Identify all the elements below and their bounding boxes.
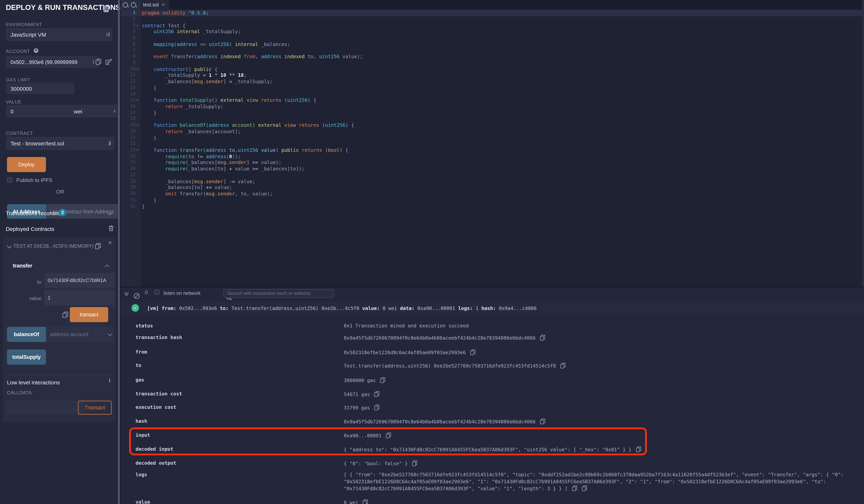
code-line: return _totalSupply; xyxy=(142,104,223,110)
instance-title: TEST AT 0XE2B...4C5F0 (MEMORY) xyxy=(13,243,94,249)
clear-terminal-icon[interactable] xyxy=(134,293,140,299)
code-line: function transfer(address to,uint256 val… xyxy=(142,147,348,153)
terminal-row-label: to xyxy=(135,362,141,368)
line-number: 15 xyxy=(120,97,135,104)
line-number: 4 xyxy=(120,29,135,35)
copy-icon[interactable] xyxy=(380,377,386,383)
balanceof-button[interactable]: balanceOf xyxy=(7,327,46,342)
account-select[interactable]: 0x502...993e6 (99.99999999 ▴▾ xyxy=(6,56,99,68)
fold-caret-icon[interactable]: ▾ xyxy=(137,97,138,104)
trash-icon[interactable] xyxy=(108,225,114,231)
line-number: 11 xyxy=(120,72,135,79)
copy-params-icon[interactable] xyxy=(62,311,69,318)
listen-checkbox[interactable] xyxy=(154,290,159,295)
totalsupply-button[interactable]: totalSupply xyxy=(7,349,46,364)
tab-close-icon[interactable]: × xyxy=(162,2,165,8)
terminal-expand-icon[interactable] xyxy=(125,291,128,295)
close-instance-icon[interactable]: × xyxy=(108,240,112,246)
contract-info-icon[interactable]: i xyxy=(109,140,111,146)
terminal-row-label: transaction hash xyxy=(135,334,182,340)
line-number: 25 xyxy=(120,159,135,166)
line-number: 3 xyxy=(120,23,135,29)
code-editor: - + test.sol × 123▾45678910▾1112131415▾1… xyxy=(120,0,864,287)
line-number: 13 xyxy=(120,85,135,91)
line-number: 29 xyxy=(120,184,135,191)
line-number: 22 xyxy=(120,141,135,147)
environment-select[interactable]: JavaScript VM ▴▾ xyxy=(6,28,112,41)
contract-label: CONTRACT xyxy=(6,131,33,136)
tx-summary-text: [vm] from: 0x502...993e6 to: Test.transf… xyxy=(147,305,537,311)
terminal-row-label: input xyxy=(135,432,150,438)
environment-info-icon[interactable]: i xyxy=(108,31,110,37)
zoom-out-icon[interactable]: - xyxy=(123,2,128,7)
line-number: 7 xyxy=(120,48,135,54)
low-level-info-icon[interactable]: i xyxy=(109,377,110,383)
terminal-row-value: 3000000 gas xyxy=(344,377,386,383)
transact-button[interactable]: transact xyxy=(70,307,108,322)
transactions-recorded-label: Transactions recorded xyxy=(6,210,61,216)
value-input[interactable]: 0 xyxy=(6,105,74,118)
code-line: } xyxy=(142,135,156,141)
copy-account-icon[interactable] xyxy=(95,58,102,65)
contract-select[interactable]: Test - browser/test.sol ▴▾ xyxy=(6,137,115,150)
terminal-badge: 0 xyxy=(145,290,148,296)
copy-icon[interactable] xyxy=(412,460,418,466)
fold-caret-icon[interactable]: ▾ xyxy=(137,66,138,72)
copy-icon[interactable] xyxy=(362,499,368,504)
deployed-contracts-label: Deployed Contracts xyxy=(6,226,54,232)
calldata-input[interactable] xyxy=(7,401,84,415)
line-number: 5 xyxy=(120,35,135,41)
copy-icon[interactable] xyxy=(374,391,380,397)
panel-scrollbar[interactable] xyxy=(118,0,120,504)
terminal: 0 listen on network Search with transact… xyxy=(120,287,864,504)
select-arrows-icon: ▴▾ xyxy=(93,60,94,64)
copy-icon[interactable] xyxy=(560,362,566,369)
zoom-in-icon[interactable]: + xyxy=(131,2,136,7)
editor-scrollbar[interactable] xyxy=(862,0,864,287)
transfer-to-input[interactable]: 0x71430Fd8c82cC7b991A xyxy=(44,273,115,288)
line-number: 14 xyxy=(120,91,135,97)
code-line: require(_balances[msg.sender] >= value); xyxy=(142,159,281,166)
transfer-value-input[interactable]: 1 xyxy=(44,290,115,305)
code-line: } xyxy=(142,110,156,116)
line-number: 31 xyxy=(120,197,135,203)
copy-icon[interactable] xyxy=(540,334,545,341)
balanceof-arg-input[interactable]: address account xyxy=(46,327,113,342)
code-line: emit Transfer(msg.sender, to, value); xyxy=(142,191,273,197)
tab-testsol[interactable]: test.sol × xyxy=(141,0,169,9)
copy-icon[interactable] xyxy=(386,432,392,439)
docs-icon[interactable] xyxy=(104,6,109,12)
ipfs-checkbox[interactable] xyxy=(7,177,12,183)
edit-account-icon[interactable] xyxy=(105,58,112,65)
transfer-fn-label: transfer xyxy=(13,263,32,269)
copy-icon[interactable] xyxy=(572,485,577,492)
fold-caret-icon[interactable]: ▾ xyxy=(137,147,138,153)
deploy-button[interactable]: Deploy xyxy=(7,157,46,172)
code-line: } xyxy=(142,197,156,203)
code-line: } xyxy=(142,85,156,91)
terminal-search-input[interactable]: Search with transaction hash or address xyxy=(223,289,334,298)
copy-icon[interactable] xyxy=(581,485,587,492)
fold-caret-icon[interactable]: ▾ xyxy=(137,23,138,29)
gas-limit-input[interactable]: 3000000 xyxy=(6,83,74,94)
copy-instance-icon[interactable] xyxy=(95,242,101,250)
copy-icon[interactable] xyxy=(470,349,476,355)
terminal-row-value: 0xa90...00001 xyxy=(344,432,392,439)
value-unit-select[interactable]: wei ▴▾ xyxy=(69,105,120,118)
terminal-row-value: [ { "from": "0xe2be527760c7503716dfe923f… xyxy=(344,472,844,478)
code-line: return _balances[account]; xyxy=(142,129,241,135)
copy-icon[interactable] xyxy=(636,446,641,453)
terminal-row-value: "0x71430Fd8c82cC7b991A8455FC6ea5B37A06d3… xyxy=(344,485,587,492)
fold-caret-icon[interactable]: ▾ xyxy=(137,122,138,128)
value-label: VALUE xyxy=(6,99,22,105)
ipfs-label: Publish to IPFS xyxy=(16,177,52,183)
copy-icon[interactable] xyxy=(374,404,380,410)
code-line: require(_balances[to] + value >= _balanc… xyxy=(142,166,304,172)
code-line: mapping(address => uint256) internal _ba… xyxy=(142,41,290,47)
copy-icon[interactable] xyxy=(540,418,545,424)
transfer-collapse-icon[interactable] xyxy=(105,264,109,269)
low-level-transact-button[interactable]: Transact xyxy=(78,401,112,415)
add-account-icon[interactable]: + xyxy=(34,48,38,53)
panel-title: DEPLOY & RUN TRANSACTIONS xyxy=(6,3,120,12)
instance-collapse-icon[interactable] xyxy=(7,243,12,248)
